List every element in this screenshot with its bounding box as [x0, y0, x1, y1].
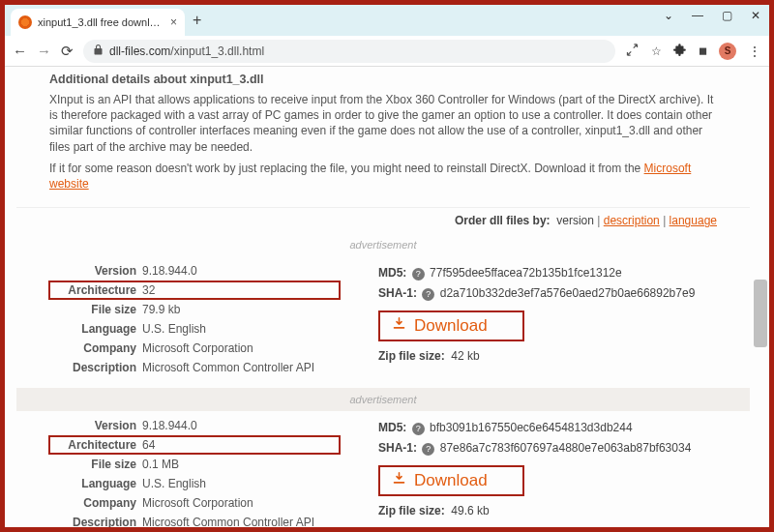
download-icon [392, 316, 406, 336]
zip-size-row: Zip file size: 49.6 kb [378, 504, 717, 517]
help-icon[interactable]: ? [422, 288, 434, 301]
advertisement-label: advertisement [16, 233, 750, 256]
browser-tab-strip: xinput1_3.dll free download | DL… × + ⌄ … [5, 5, 769, 36]
forward-button[interactable]: → [37, 43, 51, 59]
architecture-row-highlight: Architecture64 [49, 436, 340, 454]
sha1-row: SHA-1: ? d2a710b332de3ef7a576e0aed27b0ae… [378, 286, 717, 301]
chevron-down-icon[interactable]: ⌄ [661, 9, 676, 22]
additional-details: Additional details about xinput1_3.dll X… [16, 67, 750, 207]
value-description: Microsoft Common Controller API [142, 359, 314, 376]
profile-avatar[interactable]: S [719, 43, 736, 60]
value-version: 9.18.944.0 [142, 417, 197, 434]
dll-entry: Version9.18.944.0 Architecture32 File si… [16, 256, 750, 388]
label-company: Company [49, 494, 142, 512]
md5-value: 77f595dee5ffacea72b135b1fce1312e [430, 266, 622, 280]
sort-language-link[interactable]: language [670, 214, 717, 227]
md5-row: MD5: ? 77f595dee5ffacea72b135b1fce1312e [378, 266, 717, 281]
help-icon[interactable]: ? [412, 423, 425, 435]
back-button[interactable]: ← [13, 43, 27, 59]
value-version: 9.18.944.0 [142, 262, 197, 280]
help-icon[interactable]: ? [422, 443, 434, 456]
tab-title: xinput1_3.dll free download | DL… [38, 16, 164, 28]
label-language: Language [49, 320, 142, 338]
value-language: U.S. English [142, 475, 206, 492]
sort-label: Order dll files by: [455, 214, 551, 227]
download-icon [392, 471, 406, 490]
label-filesize: File size [49, 456, 142, 473]
value-company: Microsoft Corporation [142, 340, 253, 357]
stop-icon[interactable]: ◼ [699, 44, 707, 57]
new-tab-button[interactable]: + [193, 12, 201, 29]
url-text: dll-files.com/xinput1_3.dll.html [109, 44, 264, 58]
zip-size-value: 49.6 kb [451, 504, 489, 517]
label-description: Description [49, 359, 142, 376]
meta-table: Version9.18.944.0 Architecture64 File si… [49, 417, 340, 527]
label-architecture: Architecture [49, 281, 142, 299]
maximize-button[interactable]: ▢ [719, 9, 734, 22]
close-tab-icon[interactable]: × [170, 15, 177, 29]
advertisement-label: advertisement [16, 388, 750, 411]
sha1-value: d2a710b332de3ef7a576e0aed27b0ae66892b7e9 [440, 286, 696, 300]
value-architecture: 64 [142, 436, 155, 454]
value-company: Microsoft Corporation [142, 494, 253, 512]
label-version: Version [49, 262, 142, 280]
architecture-row-highlight: Architecture32 [49, 281, 340, 299]
browser-tab[interactable]: xinput1_3.dll free download | DL… × [11, 9, 185, 36]
sort-description-link[interactable]: description [604, 214, 660, 227]
label-company: Company [49, 340, 142, 357]
window-controls: ⌄ — ▢ ✕ [661, 9, 763, 22]
value-filesize: 0.1 MB [142, 456, 179, 473]
md5-row: MD5: ? bfb3091b167550ec6e6454813d3db244 [378, 421, 717, 435]
download-label: Download [414, 471, 488, 490]
value-description: Microsoft Common Controller API [142, 514, 314, 527]
extensions-icon[interactable] [673, 43, 687, 59]
details-paragraph-1: XInput is an API that allows application… [49, 92, 717, 155]
share-icon[interactable] [625, 43, 640, 60]
download-highlight: Download [378, 465, 524, 496]
sha1-value: 87e86a7c783f607697a4880e7e063ab87bf63034 [440, 441, 692, 455]
details-paragraph-2: If it for some reason doesn't work by ju… [49, 161, 717, 192]
label-filesize: File size [49, 301, 142, 318]
scrollbar-thumb[interactable] [754, 280, 767, 347]
section-heading: Additional details about xinput1_3.dll [49, 73, 717, 86]
download-highlight: Download [378, 310, 524, 341]
zip-size-row: Zip file size: 42 kb [378, 349, 717, 363]
reload-button[interactable]: ⟳ [61, 43, 74, 60]
label-language: Language [49, 475, 142, 492]
sort-version[interactable]: version [556, 214, 594, 227]
meta-table: Version9.18.944.0 Architecture32 File si… [49, 262, 340, 378]
menu-icon[interactable]: ⋮ [748, 49, 761, 53]
download-button[interactable]: Download [392, 471, 488, 490]
sha1-row: SHA-1: ? 87e86a7c783f607697a4880e7e063ab… [378, 441, 717, 456]
sort-bar: Order dll files by: version | descriptio… [16, 208, 750, 233]
favicon-icon [18, 15, 32, 29]
minimize-button[interactable]: — [690, 9, 705, 22]
help-icon[interactable]: ? [412, 268, 425, 281]
download-button[interactable]: Download [392, 316, 488, 336]
md5-value: bfb3091b167550ec6e6454813d3db244 [430, 421, 633, 434]
close-window-button[interactable]: ✕ [748, 9, 763, 22]
download-label: Download [414, 316, 488, 336]
value-language: U.S. English [142, 320, 206, 338]
label-description: Description [49, 514, 142, 527]
address-bar[interactable]: dll-files.com/xinput1_3.dll.html [83, 40, 615, 63]
lock-icon [93, 44, 104, 58]
browser-toolbar: ← → ⟳ dll-files.com/xinput1_3.dll.html ☆… [5, 36, 769, 67]
label-version: Version [49, 417, 142, 434]
zip-size-value: 42 kb [451, 349, 479, 363]
star-icon[interactable]: ☆ [651, 44, 662, 58]
value-architecture: 32 [142, 281, 155, 299]
dll-entry: Version9.18.944.0 Architecture64 File si… [16, 411, 750, 527]
label-architecture: Architecture [49, 436, 142, 454]
value-filesize: 79.9 kb [142, 301, 180, 318]
